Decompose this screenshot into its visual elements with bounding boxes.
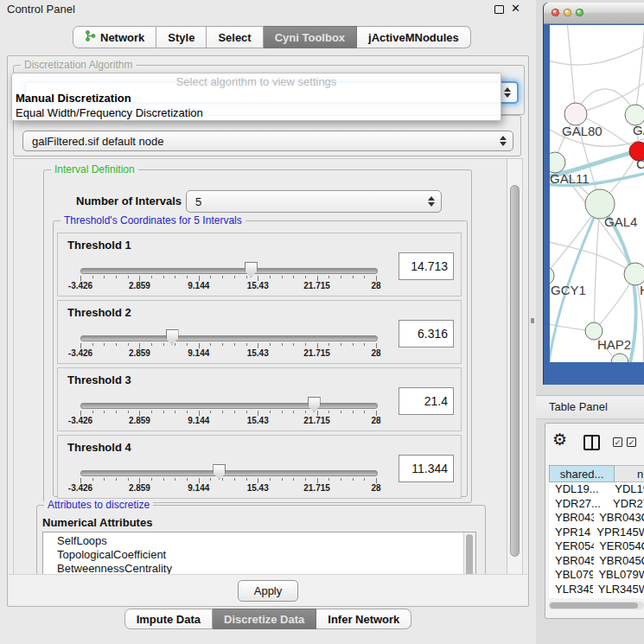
threshold-value-field[interactable]: 21.4: [399, 387, 454, 415]
table-row[interactable]: YPR145WYPR145W: [549, 526, 644, 540]
attributes-group: Attributes to discretize Numerical Attri…: [36, 505, 486, 575]
tab-style[interactable]: Style: [156, 26, 207, 48]
slider-tick-label: 21.715: [303, 416, 330, 425]
tab-select[interactable]: Select: [207, 26, 263, 48]
number-of-intervals-value: 5: [195, 195, 201, 208]
slider-tick: [305, 411, 306, 413]
network-node-label: GAL80: [562, 124, 603, 138]
cell-name: YIL052C: [600, 596, 644, 598]
table-rows: YDL19...YDL19YDR27...YDR27YBR043CYBR043C…: [549, 482, 644, 598]
attribute-list-item[interactable]: SelfLoops: [43, 534, 475, 548]
tab-jactivemnodules[interactable]: jActiveMNodules: [357, 26, 471, 48]
table-panel-box: ⚙ ✓ ✓ shared... n YDL19...YDL19YDR27...Y…: [545, 423, 644, 619]
mac-close-button[interactable]: [552, 9, 559, 16]
slider-tick: [353, 343, 354, 346]
network-node[interactable]: [611, 354, 628, 362]
threshold-slider-thumb[interactable]: [213, 464, 226, 480]
mac-zoom-button[interactable]: [576, 9, 583, 16]
table-data-combobox[interactable]: galFiltered.sif default node: [22, 131, 513, 151]
table-panel-header: Table Panel: [536, 395, 644, 419]
tab-cyni-toolbox[interactable]: Cyni Toolbox: [264, 26, 357, 48]
table-row[interactable]: YDL19...YDL19: [549, 482, 644, 497]
slider-tick: [353, 411, 354, 413]
table-row[interactable]: YBR043CYBR043C: [549, 511, 644, 526]
cyni-toolbox-panel: Discretization Algorithm Table Data galF…: [7, 55, 529, 607]
slider-tick: [116, 276, 117, 278]
slider-tick: [305, 478, 306, 481]
attribute-list-item[interactable]: BetweennessCentrality: [43, 562, 475, 575]
mac-minimize-button[interactable]: [564, 9, 571, 16]
threshold-label: Threshold 1: [67, 239, 131, 252]
slider-tick-label: -3.426: [68, 348, 92, 358]
numerical-attributes-list[interactable]: SelfLoopsTopologicalCoefficientBetweenne…: [42, 532, 476, 575]
tab-network[interactable]: Network: [73, 26, 156, 48]
cell-shared-name: YBR043C: [549, 511, 594, 526]
checkbox-icon-2[interactable]: ✓: [627, 437, 636, 447]
algorithm-option-manual[interactable]: Manual Discretization: [12, 91, 501, 105]
number-of-intervals-combobox[interactable]: 5: [186, 190, 442, 213]
attributes-list-scrollbar[interactable]: [463, 532, 475, 575]
threshold-row: Threshold 2-3.4262.8599.14415.4321.71528…: [57, 300, 462, 364]
threshold-slider-thumb[interactable]: [308, 397, 321, 412]
table-data-group: Table Data galFiltered.sif default node: [13, 115, 521, 156]
threshold-slider-track[interactable]: [80, 403, 378, 409]
cell-shared-name: YLR345W: [549, 583, 593, 597]
network-node[interactable]: [550, 152, 565, 173]
checkbox-icon-1[interactable]: ✓: [613, 437, 622, 447]
table-row[interactable]: YLR345WYLR345W: [549, 583, 644, 597]
slider-tick: [151, 276, 152, 278]
table-row[interactable]: YER054CYER054C: [549, 539, 644, 554]
slider-tick: [270, 478, 271, 481]
network-window-titlebar[interactable]: [544, 3, 644, 24]
table-row[interactable]: YDR27...YDR27: [549, 497, 644, 512]
slider-tick: [104, 276, 105, 278]
cell-name: YDR27: [608, 497, 644, 512]
close-icon[interactable]: ✕: [511, 2, 520, 15]
control-panel-tabs: Network Style Select Cyni Toolbox jActiv…: [73, 26, 471, 48]
splitpane-divider-handle[interactable]: [531, 318, 534, 323]
attribute-list-item[interactable]: TopologicalCoefficient: [43, 548, 475, 562]
float-window-icon[interactable]: [494, 5, 504, 14]
slider-tick: [92, 478, 93, 481]
threshold-label: Threshold 3: [67, 373, 131, 386]
threshold-slider-track[interactable]: [80, 470, 378, 476]
network-node-label: C: [636, 156, 644, 171]
table-row[interactable]: YBR045CYBR045C: [549, 554, 644, 569]
threshold-value-field[interactable]: 6.316: [399, 320, 454, 348]
attributes-group-title: Attributes to discretize: [44, 499, 153, 511]
column-header-shared[interactable]: shared...: [549, 465, 615, 482]
algorithm-option-equal-width[interactable]: Equal Width/Frequency Discretization: [12, 105, 501, 120]
slider-tick: [353, 276, 354, 278]
slider-tick-label: 9.144: [188, 483, 209, 493]
threshold-slider-track[interactable]: [80, 335, 378, 341]
cell-shared-name: YDL19...: [549, 482, 609, 497]
cyni-bottom-tabs: Impute Data Discretize Data Infer Networ…: [0, 609, 536, 629]
tab-infer-network[interactable]: Infer Network: [316, 609, 411, 629]
slider-tick: [353, 478, 354, 481]
threshold-slider-track[interactable]: [80, 268, 378, 274]
slider-tick-label: -3.426: [68, 483, 92, 493]
settings-vertical-scrollbar[interactable]: [507, 159, 522, 574]
slider-tick-label: 2.859: [129, 348, 150, 358]
slider-tick: [222, 343, 223, 346]
threshold-value-field[interactable]: 14.713: [399, 252, 454, 280]
threshold-value-field[interactable]: 11.344: [399, 455, 454, 482]
slider-tick: [92, 276, 93, 278]
threshold-slider-thumb[interactable]: [166, 329, 179, 345]
network-canvas[interactable]: GAL80GACGAL11GAL4GCY1HHAP2: [550, 25, 644, 362]
table-row[interactable]: YBL079WYBL079W: [549, 568, 644, 583]
table-horizontal-scrollbar[interactable]: [549, 602, 644, 609]
threshold-row: Threshold 4-3.4262.8599.14415.4321.71528…: [57, 435, 462, 499]
apply-button[interactable]: Apply: [238, 580, 298, 602]
gear-icon[interactable]: ⚙: [552, 431, 567, 448]
slider-tick: [92, 343, 93, 346]
tab-discretize-data[interactable]: Discretize Data: [213, 609, 316, 629]
columns-icon[interactable]: [583, 435, 600, 450]
table-row[interactable]: YIL052CYIL052C: [549, 596, 644, 598]
column-header-name[interactable]: n: [615, 465, 644, 482]
right-column: GAL80GACGAL11GAL4GCY1HHAP2 Table Panel ⚙…: [536, 0, 644, 644]
slider-tick-label: 15.43: [247, 348, 269, 358]
node-attribute-table[interactable]: shared... n YDL19...YDL19YDR27...YDR27YB…: [549, 465, 644, 598]
tab-impute-data[interactable]: Impute Data: [124, 609, 213, 629]
network-node[interactable]: [564, 103, 587, 125]
